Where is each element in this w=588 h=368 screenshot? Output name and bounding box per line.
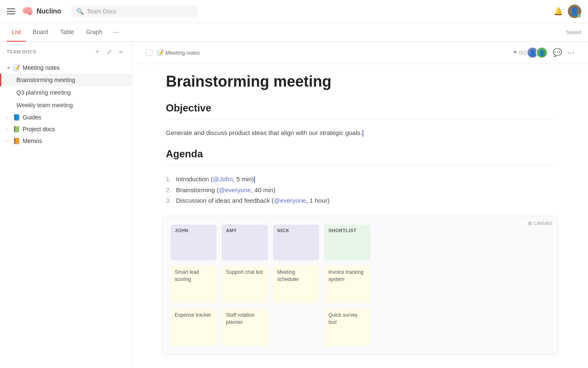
mention-john: @John (213, 175, 233, 183)
top-bar: 🧠 Nuclino 🔍 Team Docs 🔔 👤 (0, 0, 588, 23)
collapse-sidebar-button[interactable]: « (117, 48, 125, 56)
document-more-icon[interactable]: ⋯ (567, 48, 575, 57)
canvas-card-staff-rotation[interactable]: Staff rotation planner (222, 308, 268, 346)
sidebar-title: TEAM DOCS (7, 49, 93, 54)
objective-heading: Objective (166, 102, 554, 114)
canvas-col-nick: NICK (273, 225, 319, 260)
breadcrumb-icon: 📝 (157, 49, 164, 56)
sidebar-content: ▼ 📝 Meeting notes Brainstorming meeting … (0, 62, 132, 368)
project-docs-icon: 📗 (13, 126, 20, 132)
agenda-num-2: 2. (166, 186, 173, 193)
agenda-text-3: Discussion of ideas and feedback ( (176, 197, 274, 204)
sidebar-group-memos: › 📙 Memos (0, 135, 132, 147)
canvas-card-expense-tracker[interactable]: Expense tracker (171, 308, 217, 346)
task-flag-icon: ⚑ (513, 50, 517, 56)
group-name-meeting-notes: Meeting notes (23, 64, 120, 71)
document-checkbox[interactable] (146, 49, 152, 56)
canvas-col-john: JOHN (171, 225, 217, 260)
canvas-row-1: Smart lead scoring Support chat bot Meet… (171, 265, 550, 303)
agenda-item-2: 2. Brainstorming (@everyone, 40 min) (166, 185, 554, 195)
chat-icon[interactable]: 💬 (553, 48, 562, 57)
top-right-actions: 🔔 👤 (554, 5, 581, 18)
child-label-brainstorming: Brainstorming meeting (16, 77, 75, 83)
item-checkbox-project-docs[interactable] (120, 126, 127, 132)
canvas-row1-empty (375, 265, 550, 303)
user-avatar[interactable]: 👤 (568, 5, 581, 18)
agenda-rest-3: , 1 hour) (306, 197, 330, 204)
search-icon: 🔍 (76, 8, 84, 15)
canvas-card-smart-lead[interactable]: Smart lead scoring (171, 265, 217, 303)
tab-table[interactable]: Table (55, 23, 79, 42)
canvas-col-empty (375, 225, 550, 260)
logo: 🧠 Nuclino (22, 6, 61, 17)
tabs-more-icon[interactable]: ⋯ (113, 28, 119, 36)
search-bar[interactable]: 🔍 Team Docs (71, 5, 197, 17)
canvas-card-quick-survey[interactable]: Quick survey tool (324, 308, 370, 346)
notifications-bell-icon[interactable]: 🔔 (554, 7, 563, 16)
agenda-item-1: 1. Introduction (@John, 5 min) (166, 174, 554, 185)
sidebar-group-header-project-docs[interactable]: › 📗 Project docs (0, 123, 132, 135)
guides-icon: 📘 (13, 114, 20, 121)
hamburger-menu[interactable] (7, 8, 15, 14)
breadcrumb: 📝 Meeting notes (157, 49, 513, 56)
logo-text: Nuclino (37, 8, 61, 15)
agenda-text-1: Introduction ( (176, 175, 213, 183)
sidebar-item-q3-planning[interactable]: Q3 planning meeting (0, 86, 132, 99)
sidebar-group-meeting-notes: ▼ 📝 Meeting notes Brainstorming meeting … (0, 62, 132, 111)
memos-icon: 📙 (13, 138, 20, 144)
item-checkbox-guides[interactable] (120, 114, 127, 121)
breadcrumb-text: Meeting notes (165, 50, 200, 56)
content-area: 📝 Meeting notes ⚑ 0/3 👤 👤 💬 ⋯ Brainstorm… (132, 42, 588, 368)
content-header-right: 👤 👤 💬 ⋯ (527, 47, 575, 58)
logo-icon: 🧠 (22, 6, 33, 17)
tab-board[interactable]: Board (28, 23, 53, 42)
child-label-weekly: Weekly team meeting (16, 102, 73, 109)
collaborators-avatars: 👤 👤 (527, 47, 548, 58)
canvas-icon: ⊞ (528, 220, 532, 226)
item-checkbox-memos[interactable] (120, 138, 127, 144)
online-status-dot (578, 14, 581, 18)
collaborator-avatar-2: 👤 (536, 47, 548, 58)
sidebar-group-header-memos[interactable]: › 📙 Memos (0, 135, 132, 147)
text-cursor-2 (254, 176, 255, 183)
content-header: 📝 Meeting notes ⚑ 0/3 👤 👤 💬 ⋯ (132, 42, 588, 64)
saved-label: Saved (566, 29, 581, 35)
agenda-heading: Agenda (166, 148, 554, 160)
tasks-badge: ⚑ 0/3 (513, 50, 527, 56)
chevron-right-icon-2: › (6, 127, 11, 132)
agenda-list: 1. Introduction (@John, 5 min) 2. Brains… (166, 174, 554, 206)
sidebar-group-project-docs: › 📗 Project docs (0, 123, 132, 135)
agenda-rest-1: , 5 min) (233, 175, 254, 183)
tab-list[interactable]: List (7, 23, 26, 42)
search-input-label: Team Docs (87, 8, 116, 15)
expand-sidebar-button[interactable]: ⤢ (105, 48, 113, 56)
mention-everyone-1: @everyone (219, 186, 251, 193)
sidebar-item-weekly-team[interactable]: Weekly team meeting (0, 99, 132, 111)
tasks-count: 0/3 (519, 50, 527, 56)
canvas-card-support-chat[interactable]: Support chat bot (222, 265, 268, 303)
sidebar-group-header-guides[interactable]: › 📘 Guides (0, 111, 132, 123)
canvas-card-invoice-tracking[interactable]: Invoice tracking system (324, 265, 370, 303)
group-name-memos: Memos (23, 138, 120, 144)
chevron-right-icon: › (6, 115, 11, 120)
agenda-text-2: Brainstorming ( (176, 186, 219, 193)
sidebar-group-header-meeting-notes[interactable]: ▼ 📝 Meeting notes (0, 62, 132, 74)
mention-everyone-2: @everyone (274, 197, 306, 204)
canvas-block: ⊞ CANVAS JOHN AMY NICK SHORTLIST (162, 216, 559, 355)
chevron-down-icon: ▼ (6, 66, 11, 70)
group-name-guides: Guides (23, 114, 120, 121)
canvas-card-meeting-scheduler[interactable]: Meeting scheduler (273, 265, 319, 303)
item-checkbox-meeting-notes[interactable] (120, 64, 127, 71)
tabs-bar: List Board Table Graph ⋯ Saved (0, 23, 588, 42)
add-item-button[interactable]: + (93, 48, 102, 56)
tab-graph[interactable]: Graph (81, 23, 108, 42)
objective-divider (166, 119, 554, 119)
objective-text: Generate and discuss product ideas that … (166, 128, 554, 138)
document-body: Brainstorming meeting Objective Generate… (132, 64, 588, 368)
canvas-row-2: Expense tracker Staff rotation planner Q… (171, 308, 550, 346)
canvas-label: ⊞ CANVAS (528, 220, 552, 226)
sidebar-item-brainstorming[interactable]: Brainstorming meeting (0, 74, 132, 86)
sidebar-group-guides: › 📘 Guides (0, 111, 132, 123)
canvas-column-headers: JOHN AMY NICK SHORTLIST (171, 225, 550, 260)
child-label-q3: Q3 planning meeting (16, 89, 71, 96)
